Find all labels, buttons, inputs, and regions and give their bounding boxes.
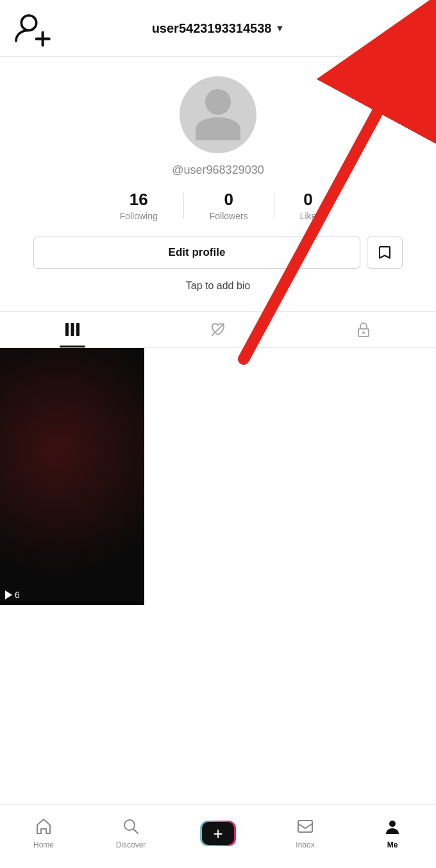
svg-point-10	[362, 331, 365, 334]
video-grid: 6	[0, 348, 436, 605]
discover-label: Discover	[116, 840, 146, 849]
svg-line-12	[133, 829, 138, 833]
nav-inbox[interactable]: Inbox	[262, 817, 349, 849]
stats-row: 16 Following 0 Followers 0 Like	[13, 190, 423, 221]
following-stat[interactable]: 16 Following	[94, 190, 183, 221]
following-count: 16	[130, 190, 148, 210]
nav-discover[interactable]: Discover	[87, 817, 174, 849]
following-label: Following	[120, 211, 158, 221]
svg-point-14	[389, 821, 396, 827]
followers-label: Followers	[210, 211, 248, 221]
tab-videos[interactable]	[0, 312, 146, 347]
lock-icon	[355, 321, 373, 338]
bio-placeholder[interactable]: Tap to add bio	[186, 280, 251, 292]
edit-profile-button[interactable]: Edit profile	[33, 237, 360, 269]
video-thumbnail[interactable]: 6	[0, 348, 144, 605]
nav-add[interactable]: +	[174, 821, 262, 846]
svg-rect-5	[65, 323, 69, 336]
tabs-section	[0, 311, 436, 348]
svg-rect-6	[71, 323, 74, 336]
bottom-nav: Home Discover + Inbox	[0, 804, 436, 868]
likes-stat[interactable]: 0 Like	[274, 190, 342, 221]
followers-stat[interactable]: 0 Followers	[184, 190, 274, 221]
tab-liked[interactable]	[146, 312, 291, 347]
add-button-inner: +	[202, 822, 234, 845]
home-label: Home	[33, 840, 54, 849]
grid-icon	[63, 321, 81, 338]
action-row: Edit profile	[33, 237, 403, 269]
inbox-icon	[296, 817, 314, 838]
add-button[interactable]: +	[200, 821, 236, 846]
nav-home[interactable]: Home	[0, 817, 87, 849]
bookmark-icon	[377, 245, 392, 260]
play-icon	[5, 590, 12, 599]
svg-rect-7	[76, 323, 80, 336]
username-display[interactable]: user5423193314538 ▼	[152, 21, 285, 36]
home-icon	[35, 817, 53, 838]
play-count: 6	[15, 590, 20, 600]
nav-me[interactable]: Me	[349, 817, 436, 849]
more-menu-button[interactable]: ⋮	[385, 19, 423, 38]
likes-label: Like	[300, 211, 317, 221]
plus-icon: +	[213, 825, 222, 842]
likes-count: 0	[303, 190, 312, 210]
avatar[interactable]	[180, 76, 256, 153]
liked-icon	[209, 321, 227, 338]
avatar-silhouette	[196, 89, 240, 140]
add-user-button[interactable]	[13, 9, 51, 47]
tab-private[interactable]	[290, 312, 436, 347]
svg-rect-13	[298, 821, 312, 832]
more-icon: ⋮	[406, 19, 423, 38]
me-label: Me	[387, 840, 398, 849]
profile-section: @user968329030 16 Following 0 Followers …	[0, 57, 436, 311]
dropdown-caret-icon: ▼	[276, 23, 285, 33]
search-icon	[122, 817, 140, 838]
profile-icon	[383, 817, 401, 838]
svg-point-0	[21, 15, 36, 30]
top-bar: user5423193314538 ▼ ⋮	[0, 0, 436, 57]
inbox-label: Inbox	[296, 840, 314, 849]
user-handle: @user968329030	[172, 163, 264, 177]
add-user-icon	[13, 9, 51, 47]
video-play-info: 6	[5, 590, 20, 600]
username-text: user5423193314538	[152, 21, 272, 36]
bookmark-button[interactable]	[367, 237, 403, 269]
followers-count: 0	[224, 190, 233, 210]
